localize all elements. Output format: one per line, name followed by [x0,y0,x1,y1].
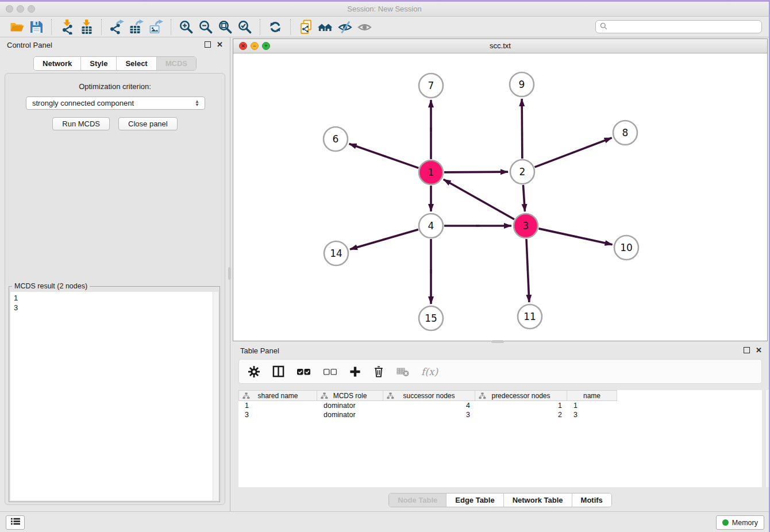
table-cell: 3 [383,410,475,419]
graph-svg: 7968124314101511 [233,53,767,341]
run-mcds-button[interactable]: Run MCDS [52,117,110,130]
column-settings-icon[interactable] [248,365,260,378]
clone-network-icon[interactable] [296,18,315,36]
mcds-result-title: MCDS result (2 nodes) [12,282,90,290]
export-image-icon[interactable] [146,18,165,36]
zoom-fit-icon[interactable] [215,18,235,36]
tab-mcds[interactable]: MCDS [156,57,196,70]
tab-style[interactable]: Style [80,57,116,70]
table-tab-node-table[interactable]: Node Table [389,494,446,507]
node-label-7: 7 [428,80,434,91]
network-frame-title: scc.txt [233,39,767,53]
zoom-in-icon[interactable] [176,18,196,36]
window-close-icon[interactable] [6,5,13,13]
control-panel-close-icon[interactable]: ✕ [217,41,223,48]
table-tab-motifs[interactable]: Motifs [572,494,611,507]
memory-button[interactable]: Memory [716,515,764,530]
frame-maximize-icon[interactable]: + [262,42,270,50]
memory-label: Memory [732,519,758,527]
control-panel-tabs: NetworkStyleSelectMCDS [0,56,230,71]
delete-table-icon [396,367,409,377]
mcds-result-list[interactable]: 13 [10,292,218,500]
control-panel-float-icon[interactable] [205,41,211,48]
node-label-3: 3 [523,220,529,232]
table-header-row: shared nameMCDS rolesuccessor nodesprede… [238,390,762,401]
import-table-icon[interactable] [76,18,96,36]
table-cell: dominator [317,401,383,410]
search-field[interactable] [595,20,762,33]
main-toolbar [0,17,769,37]
zoom-out-icon[interactable] [196,18,215,36]
split-handle-vertical[interactable] [228,267,231,280]
zoom-selected-icon[interactable] [235,18,255,36]
export-table-icon[interactable] [126,18,146,36]
column-header-MCDS-role[interactable]: MCDS role [317,390,383,401]
toolbar-separator [290,19,291,35]
open-session-icon[interactable] [7,18,26,36]
unselect-all-icon[interactable] [323,367,337,376]
frame-minimize-icon[interactable]: − [251,42,259,50]
column-header-shared-name[interactable]: shared name [238,390,317,401]
close-panel-button[interactable]: Close panel [118,117,178,130]
edge-2-3[interactable] [523,185,525,211]
result-scrollbar[interactable] [213,292,218,500]
node-label-1: 1 [428,167,434,178]
save-session-icon[interactable] [26,18,46,36]
edge-label-mark [521,126,523,130]
import-network-icon[interactable] [57,18,76,36]
table-panel-close-icon[interactable]: ✕ [756,347,762,353]
node-label-11: 11 [523,311,536,322]
network-canvas[interactable]: 7968124314101511 [233,53,767,341]
control-panel: Control Panel ✕ NetworkStyleSelectMCDS O… [0,37,230,511]
window-titlebar: Session: New Session [0,2,769,17]
table-cell: dominator [317,410,383,419]
tab-network[interactable]: Network [34,57,80,70]
result-item[interactable]: 3 [14,303,218,313]
hide-view-icon[interactable] [335,18,355,36]
frame-close-icon[interactable]: ✕ [239,42,247,50]
hierarchy-icon [321,392,328,399]
table-tab-edge-table[interactable]: Edge Table [446,494,503,507]
search-input[interactable] [610,22,757,32]
network-view-frame: ✕ − + scc.txt 7968124314101511 [233,38,768,341]
node-label-8: 8 [622,127,629,138]
tab-select[interactable]: Select [116,57,156,70]
table-tab-network-table[interactable]: Network Table [503,494,572,507]
criterion-selected-value: strongly connected component [32,99,134,107]
node-label-2: 2 [519,166,526,178]
node-label-10: 10 [620,242,633,253]
network-frame-titlebar[interactable]: ✕ − + scc.txt [233,39,767,53]
task-history-button[interactable] [6,515,25,530]
edge-label-mark [476,225,480,227]
memory-status-icon [722,519,729,526]
criterion-select[interactable]: strongly connected component ▲▼ [26,97,205,110]
table-scrollbar[interactable] [765,390,770,487]
node-label-14: 14 [330,248,342,259]
column-header-predecessor-nodes[interactable]: predecessor nodes [475,390,567,401]
show-view-icon[interactable] [355,18,374,36]
edge-label-mark [477,198,482,201]
delete-row-icon[interactable] [373,365,384,378]
table-cell: 3 [238,410,317,419]
select-all-icon[interactable] [297,367,311,376]
window-zoom-icon[interactable] [28,5,35,13]
export-network-icon[interactable] [107,18,126,36]
table-panel-float-icon[interactable] [744,347,750,353]
table-cell: 1 [567,401,617,410]
function-builder-icon: f(x) [421,366,438,377]
home-view-icon[interactable] [315,18,335,36]
table-row[interactable]: 1dominator411 [238,401,762,410]
toolbar-separator [51,19,52,35]
column-layout-icon[interactable] [272,365,284,377]
add-row-icon[interactable] [349,366,361,377]
result-item[interactable]: 1 [14,293,218,303]
column-header-successor-nodes[interactable]: successor nodes [383,390,475,401]
hierarchy-icon [387,392,394,399]
edge-label-mark [474,171,478,173]
column-header-name[interactable]: name [567,390,617,401]
table-row[interactable]: 3dominator323 [238,410,762,419]
window-title: Session: New Session [0,2,769,16]
toolbar-separator [101,19,102,35]
window-minimize-icon[interactable] [17,5,24,13]
refresh-icon[interactable] [265,18,285,36]
